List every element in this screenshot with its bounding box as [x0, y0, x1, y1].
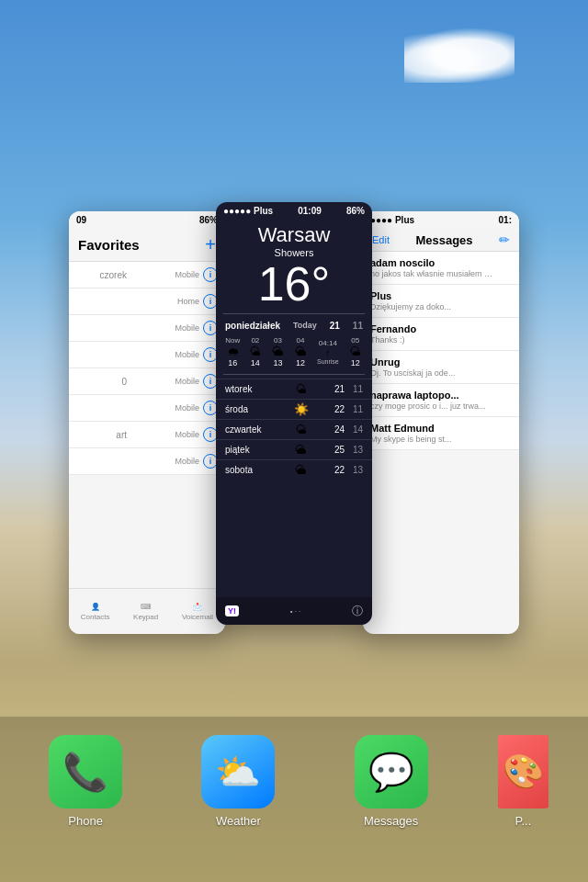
city-name: Warsaw: [216, 220, 372, 247]
messages-status-bar: ●●●● Plus 01:: [363, 211, 519, 229]
weather-signal: ●●●●● Plus: [223, 206, 273, 216]
forecast-day-1: wtorek: [225, 384, 276, 394]
hourly-02: 02 🌤 14: [244, 336, 267, 368]
weather-label: Weather: [216, 814, 261, 828]
weather-day-header: poniedziałek Today 21 11: [216, 318, 372, 334]
contact-type-1: Mobile: [132, 270, 199, 279]
messages-app-icon[interactable]: 💬: [355, 735, 428, 808]
hour-icon-1: 🌤: [249, 345, 261, 358]
contact-row-5[interactable]: 0 Mobile i: [69, 368, 225, 395]
phone-card[interactable]: 09 86% Favorites + czorek Mobile i Home …: [69, 211, 225, 634]
forecast-row-2: środa ☀️ 22 11: [216, 399, 372, 419]
message-row-2[interactable]: Plus Dziękujemy za doko...: [363, 285, 519, 318]
forecast-day-5: sobota: [225, 465, 276, 475]
messages-card[interactable]: ●●●● Plus 01: Edit Messages ✏ adam nosci…: [363, 211, 519, 634]
contact-name-1: czorek: [76, 270, 127, 280]
sender-5: naprawa laptopo...: [370, 390, 512, 401]
contact-row-2[interactable]: Home i: [69, 288, 225, 315]
contact-type-7: Mobile: [132, 430, 199, 439]
forecast-divider: [223, 374, 365, 375]
sender-3: Fernando: [370, 323, 512, 334]
preview-5: czy moge prosic o i... juz trwa...: [370, 401, 499, 411]
contact-type-6: Mobile: [132, 403, 199, 413]
preview-1: no jakos tak własnie musiałem matce odo.…: [370, 269, 499, 278]
edit-button[interactable]: Edit: [372, 234, 390, 245]
message-row-5[interactable]: naprawa laptopo... czy moge prosic o i..…: [363, 384, 519, 417]
today-label: Today: [293, 321, 317, 331]
weather-icon-glyph: ⛅: [215, 751, 261, 794]
dock-weather[interactable]: ⛅ Weather: [192, 735, 284, 828]
forecast-day-4: piątek: [225, 445, 276, 455]
forecast-icon-1: 🌤: [276, 382, 326, 396]
weather-app-icon[interactable]: ⛅: [201, 735, 275, 808]
preview-2: Dziękujemy za doko...: [370, 302, 499, 311]
phone-battery: 86%: [199, 215, 218, 225]
compose-button[interactable]: ✏: [499, 232, 510, 247]
contact-row-4[interactable]: Mobile i: [69, 342, 225, 368]
message-row-3[interactable]: Fernando Thanks :): [363, 318, 519, 351]
sender-1: adam noscilo: [370, 257, 512, 268]
add-favorite-button[interactable]: +: [205, 234, 216, 255]
contact-row-6[interactable]: Mobile i: [69, 395, 225, 422]
contact-row-8[interactable]: Mobile i: [69, 448, 225, 475]
forecast-lo-4: 13: [345, 445, 363, 455]
hour-time-1: 02: [251, 336, 259, 345]
forecast-row-5: sobota 🌥 22 13: [216, 459, 372, 480]
phone-time: 09: [76, 215, 86, 225]
message-row-4[interactable]: Unrug Oj. To usciskaj ja ode...: [363, 351, 519, 384]
forecast-icon-3: 🌤: [276, 423, 326, 436]
hourly-forecast: Now 🌧 16 02 🌤 14 03 🌥 13 04 🌥 12 04:14: [216, 334, 372, 370]
forecast-lo-3: 14: [345, 424, 363, 435]
weather-time: 01:09: [298, 206, 322, 216]
phone-app-icon[interactable]: 📞: [49, 735, 122, 808]
forecast-row-4: piątek 🌥 25 13: [216, 439, 372, 459]
contacts-tab[interactable]: 👤 Contacts: [81, 603, 110, 621]
keypad-icon: ⌨: [141, 603, 152, 611]
hourly-04: 04 🌥 12: [289, 336, 312, 368]
phone-header: Favorites +: [69, 229, 225, 262]
weather-card[interactable]: ●●●●● Plus 01:09 86% Warsaw Showers 16° …: [216, 202, 372, 625]
hour-time-5: 05: [351, 336, 359, 345]
partial-icon-glyph: 🎨: [503, 752, 544, 791]
dock-phone[interactable]: 📞 Phone: [40, 735, 131, 828]
contact-type-2: Home: [132, 297, 199, 306]
contact-row-3[interactable]: Mobile i: [69, 315, 225, 342]
forecast-row-3: czwartek 🌤 24 14: [216, 419, 372, 439]
day-name: poniedziałek: [225, 321, 280, 331]
contact-type-3: Mobile: [132, 323, 199, 333]
hour-time-2: 03: [274, 336, 282, 345]
keypad-tab[interactable]: ⌨ Keypad: [133, 603, 158, 621]
forecast-hi-2: 22: [326, 404, 345, 414]
sunrise-col: 04:14 ↑ Sunrise: [311, 339, 344, 365]
message-row-6[interactable]: Matt Edmund My skype is being st...: [363, 417, 519, 450]
messages-header: Edit Messages ✏: [363, 229, 519, 252]
hourly-05: 05 🌤 12: [344, 336, 367, 368]
hour-time-0: Now: [225, 336, 240, 345]
sunrise-time: 04:14: [319, 339, 337, 347]
partial-app-icon[interactable]: 🎨: [498, 735, 548, 808]
contact-row-1[interactable]: czorek Mobile i: [69, 262, 225, 288]
message-row-1[interactable]: adam noscilo no jakos tak własnie musiał…: [363, 252, 519, 285]
contact-type-8: Mobile: [132, 457, 199, 466]
hour-icon-0: 🌧: [227, 345, 239, 358]
info-btn[interactable]: ⓘ: [352, 604, 363, 619]
messages-label: Messages: [364, 814, 418, 828]
keypad-label: Keypad: [133, 613, 158, 621]
weather-divider: [223, 313, 365, 314]
yahoo-icon: Y!: [225, 605, 239, 616]
preview-6: My skype is being st...: [370, 435, 499, 444]
dock-partial[interactable]: 🎨 P...: [498, 735, 548, 828]
contact-row-7[interactable]: art Mobile i: [69, 422, 225, 448]
hour-temp-5: 12: [351, 358, 360, 368]
forecast-day-2: środa: [225, 404, 276, 414]
hourly-now: Now 🌧 16: [221, 336, 244, 368]
day-low: 11: [353, 321, 363, 331]
sunrise-label: Sunrise: [317, 358, 339, 365]
forecast-row-1: wtorek 🌤 21 11: [216, 379, 372, 399]
voicemail-label: Voicemail: [182, 613, 213, 621]
voicemail-tab[interactable]: 📩 Voicemail: [182, 603, 213, 621]
dock-messages[interactable]: 💬 Messages: [345, 735, 437, 828]
sender-2: Plus: [370, 290, 512, 301]
preview-3: Thanks :): [370, 335, 499, 345]
forecast-icon-2: ☀️: [276, 402, 326, 416]
